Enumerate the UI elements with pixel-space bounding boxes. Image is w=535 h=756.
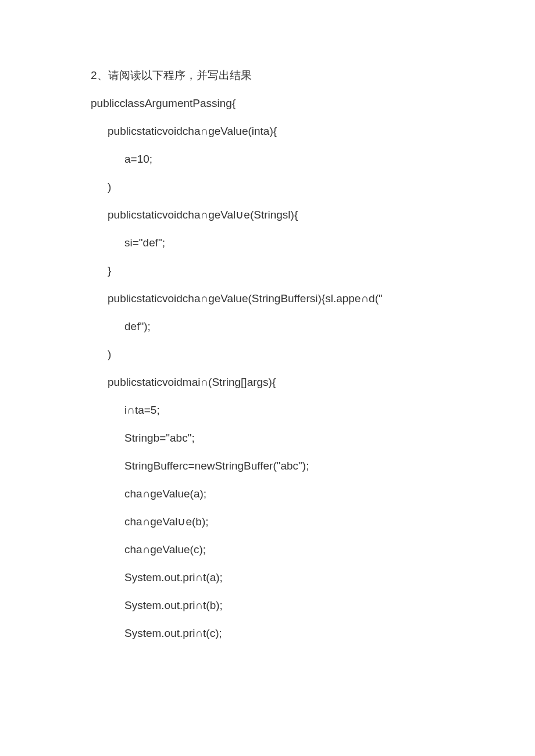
code-line: publicstaticvoidcha∩geValue(StringBuffer…	[91, 293, 535, 304]
code-line: StringBufferc=newStringBuffer("abc");	[91, 460, 535, 471]
code-line: a=10;	[91, 153, 535, 164]
code-line: System.out.pri∩t(c);	[91, 628, 535, 639]
code-line: }	[91, 265, 535, 276]
code-line: i∩ta=5;	[91, 404, 535, 415]
code-line: def");	[91, 321, 535, 332]
code-line: si="def";	[91, 237, 535, 248]
code-line: )	[91, 181, 535, 192]
code-line: )	[91, 349, 535, 360]
question-title: 2、请阅读以下程序，并写出结果	[91, 70, 535, 81]
code-line: cha∩geVal∪e(b);	[91, 516, 535, 527]
code-line: cha∩geValue(c);	[91, 544, 535, 555]
code-line: publicclassArgumentPassing{	[91, 98, 535, 109]
code-line: publicstaticvoidcha∩geValue(inta){	[91, 126, 535, 137]
code-line: System.out.pri∩t(b);	[91, 600, 535, 611]
code-line: Stringb="abc";	[91, 432, 535, 443]
code-line: cha∩geValue(a);	[91, 488, 535, 499]
code-line: publicstaticvoidmai∩(String[]args){	[91, 377, 535, 388]
code-line: publicstaticvoidcha∩geVal∪e(Stringsl){	[91, 209, 535, 220]
code-line: System.out.pri∩t(a);	[91, 572, 535, 583]
